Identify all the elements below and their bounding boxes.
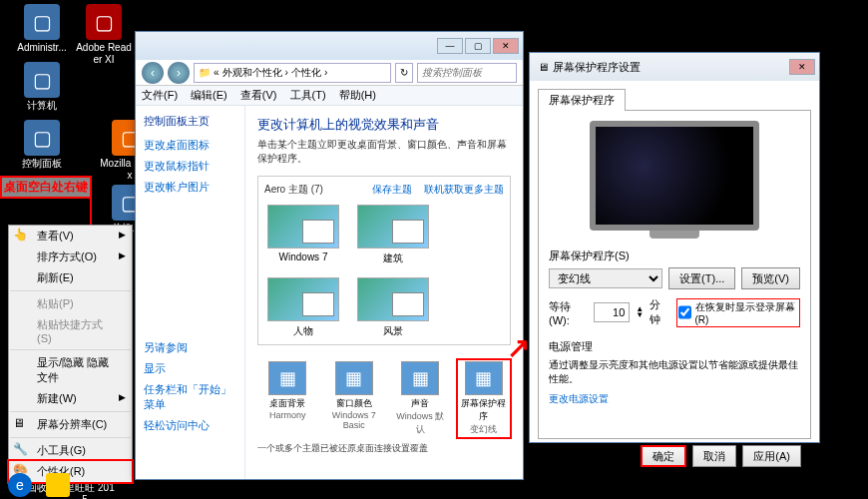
ctx-item[interactable]: 🔧小工具(G) — [9, 440, 132, 461]
theme-item[interactable]: 风景 — [354, 277, 432, 338]
ss-preview-button[interactable]: 预览(V) — [741, 267, 800, 289]
ok-button[interactable]: 确定 — [641, 445, 686, 467]
side-link-mouse[interactable]: 更改鼠标指针 — [144, 156, 236, 177]
taskbar-icons: e — [8, 473, 70, 497]
cp-main: 更改计算机上的视觉效果和声音 单击某个主题立即更改桌面背景、窗口颜色、声音和屏幕… — [245, 106, 523, 479]
ctx-item[interactable]: 显示/隐藏 隐藏文件 — [9, 352, 132, 388]
annotation-rightclick: 桌面空白处右键 — [0, 176, 92, 199]
pm-link[interactable]: 更改电源设置 — [549, 393, 609, 404]
theme-note: 一个或多个主题已被还原桌面连接设置覆盖 — [257, 442, 511, 455]
aero-themes-box: Aero 主题 (7) 保存主题 联机获取更多主题 Windows 7建筑人物风… — [257, 176, 511, 345]
menu-view[interactable]: 查看(V) — [240, 89, 277, 101]
wait-label: 等待(W): — [549, 299, 588, 326]
wait-input[interactable] — [594, 302, 630, 322]
desktop-icon[interactable]: ▢Administr... — [12, 4, 72, 54]
explorer-icon[interactable] — [46, 473, 70, 497]
ctx-item[interactable]: 排序方式(O)▶ — [9, 247, 132, 267]
minimize-button[interactable]: — — [437, 38, 463, 54]
ctx-item[interactable]: 新建(W)▶ — [9, 388, 132, 409]
cp-sidebar: 控制面板主页 更改桌面图标 更改鼠标指针 更改帐户图片 另请参阅 显示 任务栏和… — [136, 106, 245, 479]
wait-unit: 分钟 — [650, 297, 669, 327]
menu-edit[interactable]: 编辑(E) — [191, 89, 227, 101]
forward-button[interactable]: › — [168, 62, 190, 84]
theme-item[interactable]: Windows 7 — [264, 205, 342, 265]
ss-section-label: 屏幕保护程序(S) — [549, 249, 800, 263]
resume-checkbox-group[interactable]: 在恢复时显示登录屏幕(R) — [676, 298, 800, 327]
sa-display[interactable]: 显示 — [144, 358, 236, 379]
sa-taskbar[interactable]: 任务栏和「开始」菜单 — [144, 379, 236, 415]
menu-file[interactable]: 文件(F) — [142, 89, 178, 101]
personalization-item[interactable]: ▦窗口颜色Windows 7 Basic — [326, 361, 382, 436]
resume-checkbox[interactable] — [678, 302, 691, 322]
pm-title: 电源管理 — [549, 339, 800, 354]
back-button[interactable]: ‹ — [142, 62, 164, 84]
ctx-item[interactable]: 刷新(E) — [9, 267, 132, 288]
cp-nav: ‹ › 📁 « 外观和个性化› 个性化› ↻ — [136, 60, 523, 86]
see-also-label: 另请参阅 — [144, 337, 236, 358]
search-input[interactable] — [417, 63, 517, 83]
folder-icon: 📁 — [199, 67, 211, 78]
menu-tools[interactable]: 工具(T) — [290, 89, 326, 101]
personalization-item[interactable]: ▦桌面背景Harmony — [259, 361, 315, 436]
maximize-button[interactable]: ▢ — [465, 38, 491, 54]
ss-preview-monitor — [590, 121, 759, 231]
personalization-item[interactable]: ▦声音Windows 默认 — [392, 361, 448, 436]
get-online-themes-link[interactable]: 联机获取更多主题 — [424, 183, 504, 197]
ss-close-button[interactable]: ✕ — [789, 59, 815, 75]
arrow-to-ss: ↗ — [507, 331, 530, 364]
pm-desc: 通过调整显示亮度和其他电源设置以节省能源或提供最佳性能。 — [549, 358, 800, 386]
monitor-icon: 🖥 — [538, 61, 549, 73]
desktop-icon[interactable]: ▢Adobe Reader XI — [74, 4, 134, 66]
screensaver-dialog: 🖥 屏幕保护程序设置 ✕ 屏幕保护程序 屏幕保护程序(S) 变幻线 设置(T).… — [529, 52, 820, 443]
theme-item[interactable]: 人物 — [264, 277, 342, 338]
side-link-account-pic[interactable]: 更改帐户图片 — [144, 177, 236, 198]
cp-home-link[interactable]: 控制面板主页 — [144, 114, 236, 129]
save-theme-link[interactable]: 保存主题 — [372, 183, 412, 197]
page-title: 更改计算机上的视觉效果和声音 — [257, 116, 511, 134]
refresh-button[interactable]: ↻ — [395, 63, 413, 83]
desktop-icon[interactable]: ▢控制面板 — [12, 120, 72, 170]
menubar: 文件(F) 编辑(E) 查看(V) 工具(T) 帮助(H) — [136, 86, 523, 106]
ctx-item[interactable]: 🖥屏幕分辨率(C) — [9, 414, 132, 435]
close-button[interactable]: ✕ — [493, 38, 519, 54]
menu-help[interactable]: 帮助(H) — [339, 89, 376, 101]
ctx-item: 粘贴(P) — [9, 293, 132, 314]
cp-titlebar[interactable]: — ▢ ✕ — [136, 32, 523, 60]
side-link-desktop-icons[interactable]: 更改桌面图标 — [144, 135, 236, 156]
cancel-button[interactable]: 取消 — [692, 445, 736, 467]
desktop-context-menu: 👆查看(V)▶排序方式(O)▶刷新(E)粘贴(P)粘贴快捷方式(S)显示/隐藏 … — [8, 225, 133, 483]
ss-settings-button[interactable]: 设置(T)... — [668, 267, 735, 289]
ss-titlebar[interactable]: 🖥 屏幕保护程序设置 ✕ — [530, 53, 819, 81]
ctx-item: 粘贴快捷方式(S) — [9, 314, 132, 347]
page-subtitle: 单击某个主题立即更改桌面背景、窗口颜色、声音和屏幕保护程序。 — [257, 138, 511, 166]
desktop-icon[interactable]: ▢计算机 — [12, 62, 72, 112]
sa-ease[interactable]: 轻松访问中心 — [144, 415, 236, 436]
apply-button[interactable]: 应用(A) — [742, 445, 801, 467]
ss-select[interactable]: 变幻线 — [549, 268, 662, 288]
address-bar[interactable]: 📁 « 外观和个性化› 个性化› — [194, 63, 391, 83]
ie-icon[interactable]: e — [8, 473, 32, 497]
aero-label: Aero 主题 (7) — [264, 183, 323, 197]
personalization-item[interactable]: ▦屏幕保护程序变幻线 — [456, 358, 512, 439]
ctx-item[interactable]: 👆查看(V)▶ — [9, 226, 132, 247]
theme-item[interactable]: 建筑 — [354, 205, 432, 265]
control-panel-window: — ▢ ✕ ‹ › 📁 « 外观和个性化› 个性化› ↻ 文件(F) 编辑(E)… — [135, 31, 524, 480]
ss-tab[interactable]: 屏幕保护程序 — [538, 89, 626, 111]
